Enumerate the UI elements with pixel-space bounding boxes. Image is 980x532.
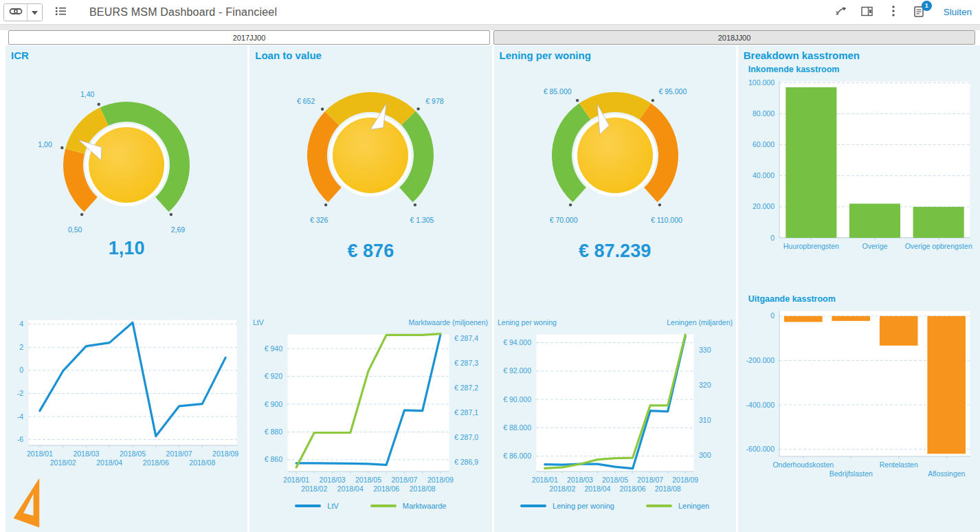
svg-text:€ 85.000: € 85.000: [543, 87, 571, 96]
svg-text:-200.000: -200.000: [746, 356, 775, 364]
svg-text:€ 287,0: € 287,0: [454, 433, 478, 441]
svg-text:2018/07: 2018/07: [637, 476, 663, 484]
svg-text:2018/06: 2018/06: [143, 458, 169, 467]
tab-2017jj00[interactable]: 2017JJ00: [8, 30, 490, 45]
legend-item[interactable]: Lening per woning: [520, 502, 614, 510]
panel-ltv-title: Loan to value: [252, 49, 489, 65]
selections-tool-icon: [55, 6, 67, 18]
x-axis: 2018/012018/022018/032018/042018/052018/…: [531, 472, 698, 493]
ltv-legend: LtVMarktwaarde: [252, 502, 489, 510]
ltv-gauge-value: € 876: [252, 241, 489, 262]
legend-label: LtV: [327, 502, 339, 510]
svg-text:2018/02: 2018/02: [549, 485, 575, 493]
legend-item[interactable]: Leningen: [646, 502, 709, 510]
svg-text:-600.000: -600.000: [746, 445, 775, 453]
panels-grid: ICR 0,501,001,402,69 1,10 420-2-4-62018/…: [0, 45, 980, 532]
insights-panel-button[interactable]: [858, 3, 876, 21]
bar-chart-svg: 100.00080.00060.00040.00020.0000Huuropbr…: [741, 77, 977, 257]
kebab-menu-button[interactable]: [884, 3, 902, 21]
svg-text:€ 70.000: € 70.000: [549, 216, 577, 224]
svg-text:2018/03: 2018/03: [567, 476, 593, 484]
panel-breakdown-kasstromen: Breakdown kasstromen Inkomende kasstroom…: [738, 45, 980, 532]
svg-text:1,00: 1,00: [38, 140, 52, 148]
svg-text:2018/04: 2018/04: [96, 458, 122, 467]
panel-loan-to-value: Loan to value € 326€ 652€ 978€ 1.305 € 8…: [249, 45, 491, 532]
x-axis: 2018/012018/022018/032018/042018/052018/…: [283, 472, 454, 493]
legend-item[interactable]: LtV: [295, 502, 339, 510]
tab-2018jj00[interactable]: 2018JJ00: [493, 30, 975, 45]
insights-panel-icon: [861, 6, 873, 19]
svg-text:Huuropbrengsten: Huuropbrengsten: [783, 242, 839, 250]
legend-label: Marktwaarde: [403, 502, 447, 510]
icr-gauge-value: 1,10: [8, 238, 245, 259]
svg-text:€ 880: € 880: [265, 428, 282, 436]
lening-line-chart[interactable]: € 94.000€ 92.000€ 90.000€ 88.000€ 86.000…: [496, 316, 734, 499]
legend-swatch: [370, 505, 397, 507]
panel-icr-title: ICR: [8, 49, 245, 65]
close-link[interactable]: Sluiten: [944, 7, 972, 17]
top-toolbar: BEURS MSM Dashboard - Financieel: [0, 0, 980, 25]
svg-text:-2: -2: [17, 389, 23, 397]
svg-text:2018/08: 2018/08: [654, 485, 680, 493]
caret-down-icon: [32, 7, 38, 17]
notes-badge: 1: [922, 1, 932, 11]
svg-text:0,50: 0,50: [68, 225, 82, 234]
svg-text:€ 940: € 940: [265, 344, 282, 353]
x-axis: HuuropbrengstenOverigeOverige opbrengste…: [783, 238, 972, 250]
x-axis: 2018/012018/022018/032018/042018/052018/…: [27, 445, 238, 467]
lening-gauge-value: € 87.239: [496, 241, 734, 262]
svg-text:2018/04: 2018/04: [584, 485, 610, 493]
svg-text:€ 920: € 920: [265, 372, 282, 380]
svg-text:2018/05: 2018/05: [355, 476, 381, 484]
svg-text:2018/05: 2018/05: [602, 476, 628, 484]
ltv-gauge[interactable]: € 326€ 652€ 978€ 1.305: [252, 74, 489, 231]
inkomende-kasstroom-subtitle: Inkomende kasstroom: [740, 65, 978, 77]
link-button[interactable]: [4, 4, 27, 21]
gauge-svg: 0,501,001,402,69: [23, 84, 230, 241]
svg-text:€ 287,1: € 287,1: [454, 408, 478, 417]
svg-text:€ 287,3: € 287,3: [454, 359, 478, 367]
svg-text:Marktwaarde (miljoenen): Marktwaarde (miljoenen): [409, 318, 489, 326]
ltv-line-chart[interactable]: € 940€ 920€ 900€ 880€ 860€ 287,4€ 287,3€…: [252, 316, 489, 499]
svg-text:2018/01: 2018/01: [27, 450, 53, 458]
kebab-menu-icon: [892, 5, 895, 19]
svg-text:320: 320: [699, 381, 711, 389]
period-tabbar: 2017JJ00 2018JJ00: [0, 25, 980, 45]
svg-text:310: 310: [699, 416, 711, 424]
svg-text:0: 0: [19, 366, 23, 374]
navigate-button[interactable]: [832, 3, 850, 21]
svg-text:2018/08: 2018/08: [189, 458, 215, 467]
inkomende-bar-chart[interactable]: 100.00080.00060.00040.00020.0000Huuropbr…: [740, 77, 978, 257]
notes-button[interactable]: 1: [911, 3, 928, 21]
svg-text:€ 286,9: € 286,9: [454, 458, 478, 466]
svg-text:€ 95.000: € 95.000: [658, 87, 687, 96]
svg-text:€ 90.000: € 90.000: [503, 395, 531, 403]
svg-text:Rentelasten: Rentelasten: [880, 461, 918, 469]
svg-text:2018/09: 2018/09: [672, 476, 698, 484]
svg-text:Overige opbrengsten: Overige opbrengsten: [905, 242, 972, 250]
panel-lening-per-woning: Lening per woning € 70.000€ 85.000€ 95.0…: [494, 45, 736, 532]
selections-tool-button[interactable]: [52, 3, 70, 21]
dashboard-page: BEURS MSM Dashboard - Financieel: [0, 0, 980, 532]
svg-text:100.000: 100.000: [748, 78, 775, 87]
svg-text:€ 86.000: € 86.000: [503, 452, 531, 460]
legend-swatch: [646, 505, 672, 507]
svg-text:2,69: 2,69: [171, 225, 186, 234]
icr-gauge[interactable]: 0,501,001,402,69: [8, 84, 245, 241]
gauge-svg: € 326€ 652€ 978€ 1.305: [267, 74, 474, 231]
svg-text:€ 326: € 326: [310, 216, 328, 224]
svg-text:2018/08: 2018/08: [410, 485, 436, 493]
lening-gauge[interactable]: € 70.000€ 85.000€ 95.000€ 110.000: [496, 74, 734, 231]
icr-line-chart[interactable]: 420-2-4-62018/012018/022018/032018/04201…: [8, 311, 245, 473]
svg-text:€ 110.000: € 110.000: [651, 216, 682, 224]
svg-text:2018/02: 2018/02: [50, 458, 76, 467]
svg-text:Onderhoudskosten: Onderhoudskosten: [772, 461, 834, 469]
legend-swatch: [520, 505, 546, 507]
page-title: BEURS MSM Dashboard - Financieel: [89, 6, 277, 19]
uitgaande-bar-chart[interactable]: 0-200.000-400.000-600.000Onderhoudskoste…: [740, 307, 978, 487]
svg-text:40.000: 40.000: [753, 171, 775, 179]
link-caret-button[interactable]: [27, 4, 42, 21]
legend-item[interactable]: Marktwaarde: [370, 502, 447, 510]
legend-label: Leningen: [678, 502, 709, 510]
vendor-logo: [9, 476, 245, 531]
